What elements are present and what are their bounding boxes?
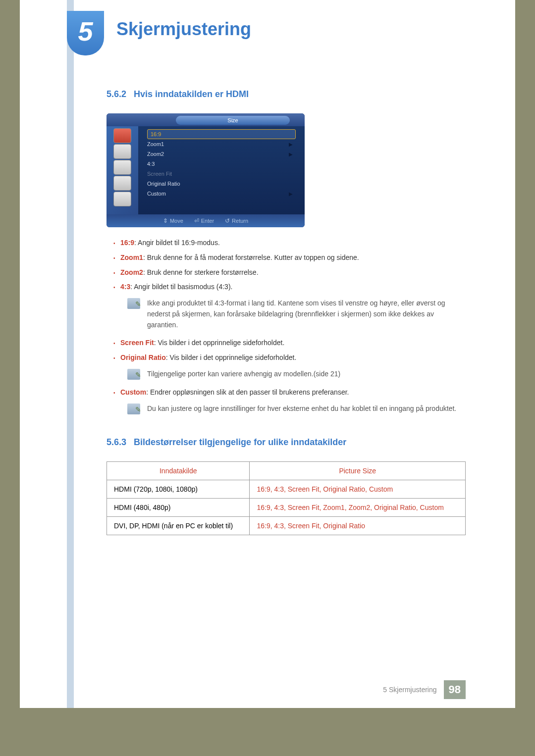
screen-icon — [113, 144, 131, 159]
osd-option-zoom2[interactable]: Zoom2▶ — [147, 149, 296, 159]
sidebar-stripe — [67, 0, 74, 708]
bullet-zoom2: Zoom2: Bruk denne for sterkere forstørre… — [113, 267, 466, 279]
settings-icon — [113, 176, 131, 191]
note-original-ratio: Tilgjengelige porter kan variere avhengi… — [127, 369, 466, 380]
bullet-custom: Custom: Endrer oppløsningen slik at den … — [113, 387, 466, 414]
table-row: HDMI (720p, 1080i, 1080p) 16:9, 4:3, Scr… — [107, 480, 466, 498]
section-title: Bildestørrelser tilgjengelige for ulike … — [134, 437, 346, 447]
bullet-zoom1: Zoom1: Bruk denne for å få moderat forst… — [113, 252, 466, 264]
section-563-heading: 5.6.3 Bildestørrelser tilgjengelige for … — [107, 437, 466, 448]
osd-option-16-9[interactable]: 16:9 — [147, 129, 296, 139]
page: 5 Skjermjustering 5.6.2 Hvis inndatakild… — [20, 0, 515, 708]
bullet-16-9: 16:9: Angir bildet til 16:9-modus. — [113, 237, 466, 249]
cell-source: HDMI (720p, 1080i, 1080p) — [107, 480, 250, 498]
note-text: Ikke angi produktet til 4:3-format i lan… — [147, 298, 466, 330]
footer-label: 5 Skjermjustering — [383, 686, 436, 694]
note-custom: Du kan justere og lagre innstillinger fo… — [127, 403, 466, 414]
osd-option-4-3[interactable]: 4:3 — [147, 159, 296, 169]
chevron-right-icon: ▶ — [289, 142, 293, 147]
chevron-right-icon: ▶ — [289, 151, 293, 157]
osd-options: 16:9 Zoom1▶ Zoom2▶ 4:3 Screen Fit Origin… — [138, 126, 305, 214]
chapter-number: 5 — [78, 16, 93, 47]
bullet-4-3: 4:3: Angir bildet til basismodus (4:3). … — [113, 281, 466, 330]
osd-option-custom[interactable]: Custom▶ — [147, 189, 296, 199]
cell-source: DVI, DP, HDMI (når en PC er koblet til) — [107, 516, 250, 535]
table-row: HDMI (480i, 480p) 16:9, 4:3, Screen Fit,… — [107, 498, 466, 516]
osd-sidebar-icons — [107, 126, 138, 214]
header-picture-size: Picture Size — [250, 461, 466, 480]
osd-menu: Size 16:9 Zoom1▶ Zoom2▶ 4:3 Screen Fit O… — [107, 113, 305, 227]
cell-sizes: 16:9, 4:3, Screen Fit, Original Ratio, C… — [250, 480, 466, 498]
sound-icon — [113, 160, 131, 175]
note-icon — [127, 298, 140, 309]
note-text: Tilgjengelige porter kan variere avhengi… — [147, 369, 340, 380]
content: 5.6.2 Hvis inndatakilden er HDMI Size 16… — [20, 59, 515, 575]
table-header-row: Inndatakilde Picture Size — [107, 461, 466, 480]
header-source: Inndatakilde — [107, 461, 250, 480]
cell-sizes: 16:9, 4:3, Screen Fit, Original Ratio — [250, 516, 466, 535]
footer-page-number: 98 — [444, 680, 466, 699]
osd-option-zoom1[interactable]: Zoom1▶ — [147, 139, 296, 149]
osd-footer-return: ↺Return — [225, 217, 248, 224]
chevron-right-icon: ▶ — [289, 191, 293, 197]
osd-body: 16:9 Zoom1▶ Zoom2▶ 4:3 Screen Fit Origin… — [107, 126, 305, 214]
option-bullets: 16:9: Angir bildet til 16:9-modus. Zoom1… — [107, 237, 466, 414]
section-number: 5.6.3 — [107, 437, 126, 447]
picture-icon — [113, 128, 131, 143]
chapter-title: Skjermjustering — [116, 19, 251, 40]
enter-icon: ⏎ — [194, 217, 199, 224]
note-4-3: Ikke angi produktet til 4:3-format i lan… — [127, 298, 466, 330]
return-icon: ↺ — [225, 217, 230, 224]
system-icon — [113, 192, 131, 206]
section-563: 5.6.3 Bildestørrelser tilgjengelige for … — [107, 437, 466, 535]
osd-title-pill: Size — [176, 116, 290, 125]
table-row: DVI, DP, HDMI (når en PC er koblet til) … — [107, 516, 466, 535]
osd-footer: ⇕Move ⏎Enter ↺Return — [107, 214, 305, 227]
osd-option-original-ratio[interactable]: Original Ratio — [147, 179, 296, 189]
cell-sizes: 16:9, 4:3, Screen Fit, Zoom1, Zoom2, Ori… — [250, 498, 466, 516]
section-title: Hvis inndatakilden er HDMI — [134, 89, 249, 99]
cell-source: HDMI (480i, 480p) — [107, 498, 250, 516]
bullet-screen-fit: Screen Fit: Vis bilder i det opprinnelig… — [113, 337, 466, 349]
osd-footer-move: ⇕Move — [163, 217, 183, 224]
chapter-badge: 5 — [67, 11, 104, 55]
section-562-heading: 5.6.2 Hvis inndatakilden er HDMI — [107, 89, 466, 100]
page-footer: 5 Skjermjustering 98 — [383, 680, 466, 699]
osd-footer-enter: ⏎Enter — [194, 217, 214, 224]
note-text: Du kan justere og lagre innstillinger fo… — [147, 403, 456, 414]
note-icon — [127, 369, 140, 380]
chapter-header: 5 Skjermjustering — [20, 0, 515, 59]
updown-icon: ⇕ — [163, 217, 168, 224]
picture-size-table: Inndatakilde Picture Size HDMI (720p, 10… — [107, 461, 466, 535]
bullet-original-ratio: Original Ratio: Vis bilder i det opprinn… — [113, 352, 466, 380]
note-icon — [127, 403, 140, 414]
osd-option-screen-fit[interactable]: Screen Fit — [147, 169, 296, 179]
section-number: 5.6.2 — [107, 89, 126, 99]
